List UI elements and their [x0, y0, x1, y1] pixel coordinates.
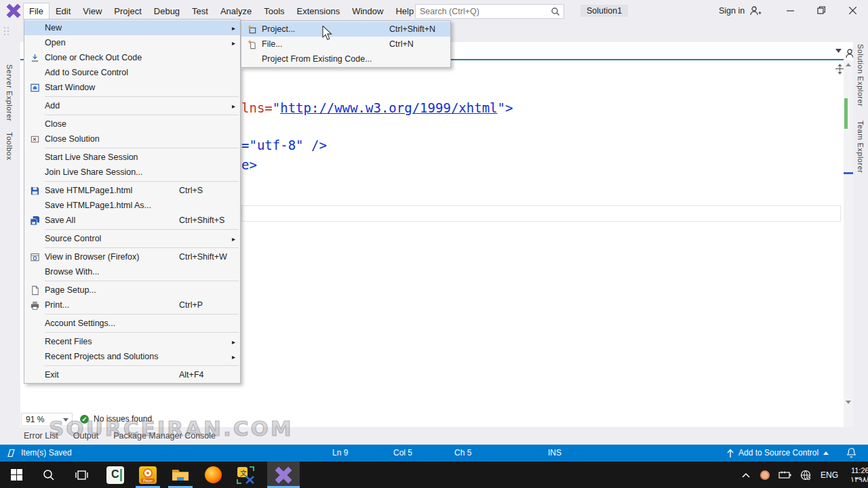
file-menu-item-add-to-source-control[interactable]: Add to Source Control — [24, 65, 240, 80]
menu-extensions[interactable]: Extensions — [291, 3, 347, 19]
menu-view[interactable]: View — [77, 3, 108, 19]
menu-separator — [45, 365, 239, 366]
right-tool-strip: Solution Explorer Team Explorer — [853, 42, 868, 445]
file-menu-dropdown: New▸ Open▸ Clone or Check Out Code Add t… — [24, 19, 241, 384]
file-menu-item-exit[interactable]: ExitAlt+F4 — [24, 367, 240, 382]
file-menu-item-open[interactable]: Open▸ — [24, 35, 240, 50]
start-button[interactable] — [0, 462, 33, 488]
tray-clock[interactable]: ق.ظ 11:26 ۱۳۹۸/۱۲/۱۶ — [850, 466, 868, 484]
file-menu-item-save-as[interactable]: Save HTMLPage1.html As... — [24, 198, 240, 213]
tab-overflow-icon[interactable] — [835, 49, 842, 53]
quick-search[interactable] — [415, 4, 564, 19]
upload-arrow-icon — [727, 449, 734, 458]
code-line-charset: ="utf-8" /> — [241, 137, 327, 154]
page-setup-icon — [24, 285, 45, 296]
submenu-arrow-icon: ▸ — [232, 235, 235, 243]
visual-studio-button[interactable] — [267, 462, 300, 488]
file-menu-item-account-settings[interactable]: Account Settings... — [24, 316, 240, 331]
kmplayer-app-button[interactable]: Player — [132, 462, 164, 488]
close-button[interactable] — [837, 0, 868, 20]
translator-app-button[interactable]: 文 — [229, 462, 262, 488]
menu-separator — [45, 332, 239, 333]
file-explorer-button[interactable] — [164, 462, 197, 488]
menu-separator — [45, 314, 239, 314]
file-menu-item-close[interactable]: Close — [24, 117, 240, 131]
vertical-scrollbar[interactable] — [844, 60, 853, 427]
file-menu-item-start-live-share[interactable]: Start Live Share Session — [24, 150, 240, 165]
task-view-button[interactable] — [65, 462, 98, 488]
tab-team-explorer[interactable]: Team Explorer — [856, 121, 865, 173]
left-tool-strip: Server Explorer Toolbox — [0, 42, 20, 427]
visual-studio-logo-icon — [6, 3, 21, 18]
submenu-item-new-project[interactable]: Project...Ctrl+Shift+N — [241, 22, 450, 37]
sign-in-button[interactable]: Sign in — [719, 5, 762, 16]
file-menu-item-close-solution[interactable]: Close Solution — [24, 131, 240, 146]
minimize-button[interactable] — [774, 0, 806, 20]
restore-button[interactable] — [806, 0, 837, 20]
tab-toolbox[interactable]: Toolbox — [5, 132, 14, 160]
file-menu-item-recent-projects[interactable]: Recent Projects and Solutions▸ — [24, 349, 240, 364]
status-line: Ln 9 — [332, 448, 348, 458]
close-icon — [849, 7, 856, 14]
save-all-icon — [24, 215, 45, 226]
close-solution-icon — [24, 134, 45, 144]
user-account-icon — [749, 5, 762, 16]
add-to-source-control-button[interactable]: Add to Source Control — [727, 448, 829, 458]
recorder-tray-icon[interactable] — [760, 470, 770, 480]
restore-icon — [817, 6, 825, 14]
menu-file[interactable]: File — [23, 3, 50, 20]
menu-project[interactable]: Project — [108, 3, 147, 19]
task-view-icon — [75, 470, 88, 481]
file-menu-item-join-live-share[interactable]: Join Live Share Session... — [24, 165, 240, 180]
taskbar-search-button[interactable] — [33, 462, 65, 488]
file-menu-item-save-all[interactable]: Save AllCtrl+Shift+S — [24, 213, 240, 228]
tray-expand-icon[interactable] — [742, 472, 750, 478]
tray-time: ق.ظ 11:26 — [850, 466, 868, 475]
menu-edit[interactable]: Edit — [50, 3, 77, 19]
current-line-highlight — [241, 205, 841, 222]
sign-in-label: Sign in — [719, 6, 745, 16]
file-menu-item-save[interactable]: Save HTMLPage1.htmlCtrl+S — [24, 183, 240, 198]
submenu-arrow-icon: ▸ — [232, 39, 235, 47]
language-indicator[interactable]: ENG — [821, 470, 838, 480]
menu-window[interactable]: Window — [346, 3, 389, 19]
camtasia-app-button[interactable]: C — [99, 462, 132, 488]
scroll-down-icon[interactable] — [846, 401, 851, 404]
search-icon — [551, 7, 560, 16]
add-to-source-control-label: Add to Source Control — [738, 448, 818, 458]
battery-icon[interactable] — [778, 471, 792, 479]
menu-analyze[interactable]: Analyze — [214, 3, 258, 19]
network-globe-icon[interactable] — [800, 470, 811, 481]
menu-debug[interactable]: Debug — [148, 3, 186, 19]
menu-tools[interactable]: Tools — [258, 3, 290, 19]
menu-separator — [45, 115, 239, 115]
menu-separator — [45, 247, 239, 248]
file-menu-item-start-window[interactable]: Start Window — [24, 80, 240, 95]
menu-test[interactable]: Test — [186, 3, 214, 19]
mouse-cursor — [320, 26, 334, 41]
tab-server-explorer[interactable]: Server Explorer — [5, 64, 14, 121]
status-character: Ch 5 — [454, 448, 471, 458]
save-icon — [24, 185, 45, 196]
file-menu-item-page-setup[interactable]: Page Setup... — [24, 283, 240, 298]
file-menu-item-clone[interactable]: Clone or Check Out Code — [24, 50, 240, 65]
file-menu-item-add[interactable]: Add▸ — [24, 98, 240, 113]
file-menu-item-recent-files[interactable]: Recent Files▸ — [24, 334, 240, 349]
file-menu-item-browse-with[interactable]: Browse With... — [24, 264, 240, 279]
search-input[interactable] — [416, 7, 551, 16]
file-menu-item-view-in-browser[interactable]: View in Browser (Firefox)Ctrl+Shift+W — [24, 249, 240, 264]
submenu-arrow-icon: ▸ — [232, 102, 235, 110]
notifications-bell-icon[interactable] — [847, 447, 856, 458]
translator-icon: 文 — [237, 466, 254, 484]
firefox-button[interactable] — [197, 462, 229, 488]
file-menu-item-new[interactable]: New▸ — [24, 20, 240, 35]
menu-separator — [45, 181, 239, 182]
scroll-up-icon[interactable] — [846, 63, 851, 66]
file-menu-item-print[interactable]: Print...Ctrl+P — [24, 298, 240, 312]
file-menu-item-source-control[interactable]: Source Control▸ — [24, 231, 240, 246]
submenu-item-project-from-existing-code[interactable]: Project From Existing Code... — [241, 52, 450, 66]
submenu-item-new-file[interactable]: File...Ctrl+N — [241, 37, 450, 52]
menu-separator — [45, 148, 239, 148]
submenu-arrow-icon: ▸ — [232, 353, 235, 361]
tab-solution-explorer[interactable]: Solution Explorer — [856, 44, 865, 106]
